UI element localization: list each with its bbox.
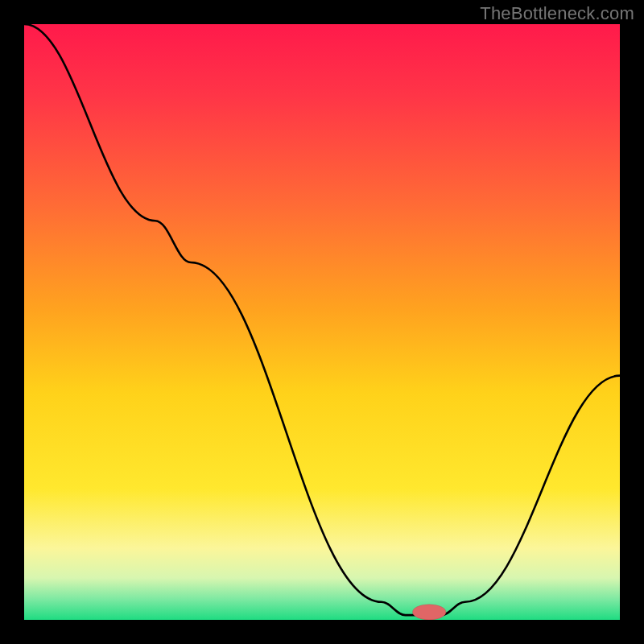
bottleneck-chart (24, 24, 620, 620)
watermark-text: TheBottleneck.com (480, 3, 634, 24)
chart-frame: TheBottleneck.com (0, 0, 644, 644)
optimal-point-marker (412, 605, 445, 620)
